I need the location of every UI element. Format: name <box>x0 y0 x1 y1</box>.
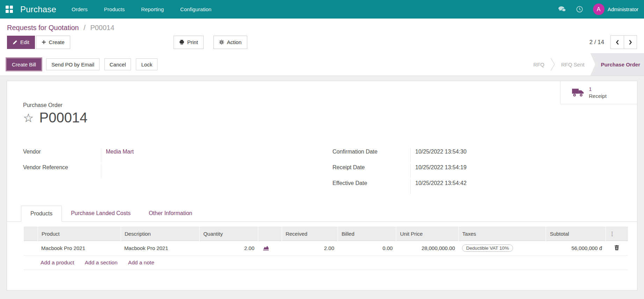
taxes-column-header[interactable]: Taxes <box>459 227 546 241</box>
activities-clock-icon[interactable] <box>576 5 584 14</box>
received-column-header[interactable]: Received <box>282 227 338 241</box>
quantity-column-header[interactable]: Quantity <box>199 227 258 241</box>
create-button[interactable]: Create <box>36 36 70 49</box>
pager-previous-button[interactable] <box>611 36 624 49</box>
quantity-cell[interactable]: 2.00 <box>199 241 258 256</box>
add-a-section-link[interactable]: Add a section <box>85 259 118 265</box>
subtotal-column-header[interactable]: Subtotal <box>546 227 605 241</box>
statusbar: Create Bill Send PO by Email Cancel Lock… <box>0 53 644 76</box>
pager-value: 2 / 14 <box>589 39 604 46</box>
vendor-reference-label: Vendor Reference <box>23 164 101 171</box>
billed-cell[interactable]: 0.00 <box>338 241 396 256</box>
product-cell[interactable]: Macbook Pro 2021 <box>38 241 121 256</box>
confirmation-date-value[interactable]: 10/25/2022 13:54:30 <box>410 148 621 162</box>
description-column-header[interactable]: Description <box>121 227 200 241</box>
state-rfq-sent[interactable]: RFQ Sent <box>555 53 591 76</box>
add-a-product-link[interactable]: Add a product <box>41 259 74 265</box>
breadcrumb-parent[interactable]: Requests for Quotation <box>7 24 79 31</box>
user-avatar: A <box>593 3 605 15</box>
effective-date-label: Effective Date <box>332 179 410 186</box>
form-sheet: 1 Receipt Purchase Order ☆ P00014 Vendor… <box>7 81 637 291</box>
user-menu[interactable]: A Administrator <box>593 3 638 15</box>
state-purchase-order[interactable]: Purchase Order <box>590 53 644 76</box>
drag-handle-cell <box>24 241 38 256</box>
print-button[interactable]: Print <box>174 36 204 49</box>
unit-price-column-header[interactable]: Unit Price <box>396 227 458 241</box>
order-line-row[interactable]: Macbook Pro 2021 Macbook Pro 2021 2.00 2… <box>24 241 628 256</box>
receipt-stat-text: 1 Receipt <box>589 86 607 99</box>
vendor-value[interactable]: Media Mart <box>101 148 312 162</box>
receipt-stat-button[interactable]: 1 Receipt <box>560 81 637 104</box>
apps-menu-icon[interactable] <box>6 6 13 13</box>
effective-date-value[interactable]: 10/25/2022 13:54:42 <box>410 179 621 194</box>
record-buttons: Edit Create <box>7 36 70 49</box>
chat-bubbles-icon[interactable] <box>558 5 566 14</box>
plus-icon <box>42 40 46 44</box>
chevron-separator-icon <box>550 53 555 76</box>
unit-price-cell[interactable]: 28,000,000.00 <box>396 241 458 256</box>
field-groups: Vendor Media Mart Vendor Reference Confi… <box>23 148 621 195</box>
notebook-tabs: Products Purchase Landed Costs Other Inf… <box>7 206 637 222</box>
pager-next-button[interactable] <box>624 36 637 49</box>
nav-item-configuration[interactable]: Configuration <box>180 6 211 12</box>
tax-badge[interactable]: Deductible VAT 10% <box>462 244 513 252</box>
field-confirmation-date: Confirmation Date 10/25/2022 13:54:30 <box>332 148 621 164</box>
receipt-date-value[interactable]: 10/25/2022 13:54:19 <box>410 164 621 178</box>
app-title[interactable]: Purchase <box>20 5 56 14</box>
control-panel: Edit Create Print Action 2 / 14 <box>0 33 644 53</box>
billed-column-header[interactable]: Billed <box>338 227 396 241</box>
send-po-by-email-button[interactable]: Send PO by Email <box>46 58 100 70</box>
breadcrumb-separator: / <box>83 24 86 31</box>
tab-purchase-landed-costs[interactable]: Purchase Landed Costs <box>62 206 140 221</box>
description-cell[interactable]: Macbook Pro 2021 <box>121 241 200 256</box>
record-title: P00014 <box>39 110 87 126</box>
create-bill-button[interactable]: Create Bill <box>7 58 41 70</box>
confirmation-date-label: Confirmation Date <box>332 148 410 155</box>
tab-other-information[interactable]: Other Information <box>140 206 202 221</box>
favorite-star-icon[interactable]: ☆ <box>23 112 34 124</box>
receipt-count: 1 <box>589 86 607 93</box>
chevron-right-icon <box>629 40 632 45</box>
lock-button[interactable]: Lock <box>136 58 158 70</box>
pager: 2 / 14 <box>589 35 637 49</box>
title-block: Purchase Order ☆ P00014 <box>7 81 637 126</box>
add-a-note-link[interactable]: Add a note <box>128 259 154 265</box>
pencil-icon <box>13 40 17 45</box>
create-button-label: Create <box>49 39 65 45</box>
chevron-left-icon <box>615 40 619 45</box>
forecast-chart-icon[interactable] <box>258 241 282 256</box>
print-button-label: Print <box>187 39 198 45</box>
order-lines-table: Product Description Quantity Received Bi… <box>24 227 628 270</box>
received-cell[interactable]: 2.00 <box>282 241 338 256</box>
field-effective-date: Effective Date 10/25/2022 13:54:42 <box>332 179 621 195</box>
field-group-right: Confirmation Date 10/25/2022 13:54:30 Re… <box>332 148 621 195</box>
tab-products[interactable]: Products <box>21 206 62 222</box>
gear-icon <box>219 40 224 45</box>
field-receipt-date: Receipt Date 10/25/2022 13:54:19 <box>332 164 621 179</box>
nav-item-orders[interactable]: Orders <box>72 6 88 12</box>
cancel-button[interactable]: Cancel <box>104 58 131 70</box>
action-buttons: Print Action <box>174 36 247 49</box>
top-navbar: Purchase Orders Products Reporting Confi… <box>0 0 644 19</box>
field-vendor: Vendor Media Mart <box>23 148 312 164</box>
nav-item-products[interactable]: Products <box>104 6 125 12</box>
state-rfq[interactable]: RFQ <box>527 53 550 76</box>
nav-item-reporting[interactable]: Reporting <box>141 6 164 12</box>
action-button[interactable]: Action <box>213 36 247 49</box>
vendor-reference-value[interactable] <box>101 164 312 178</box>
subtotal-cell: 56,000,000 đ <box>546 241 605 256</box>
printer-icon <box>179 40 184 45</box>
table-footer-row: Add a product Add a section Add a note <box>24 256 628 270</box>
optional-columns-icon[interactable]: ⋮ <box>606 227 628 241</box>
navbar-right: A Administrator <box>558 3 638 15</box>
taxes-cell[interactable]: Deductible VAT 10% <box>459 241 546 256</box>
delete-line-button[interactable] <box>606 241 628 256</box>
handle-column-header <box>24 227 38 241</box>
product-column-header[interactable]: Product <box>38 227 121 241</box>
statusbar-buttons: Create Bill Send PO by Email Cancel Lock <box>6 53 158 76</box>
table-header-row: Product Description Quantity Received Bi… <box>24 227 628 241</box>
edit-button-label: Edit <box>20 39 29 45</box>
receipt-date-label: Receipt Date <box>332 164 410 171</box>
edit-button[interactable]: Edit <box>7 36 35 49</box>
field-group-left: Vendor Media Mart Vendor Reference <box>23 148 312 195</box>
